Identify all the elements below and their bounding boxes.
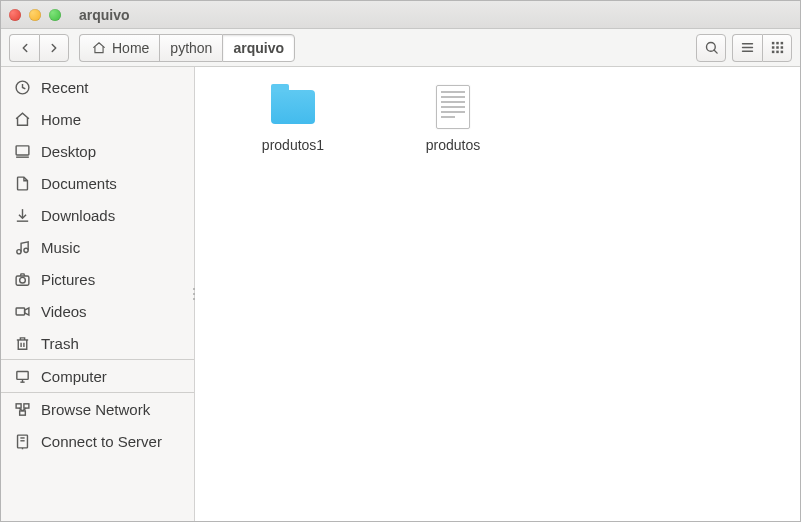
search-button[interactable] xyxy=(696,34,726,62)
breadcrumb-label: python xyxy=(170,40,212,56)
svg-point-21 xyxy=(19,277,25,283)
forward-button[interactable] xyxy=(39,34,69,62)
file-label: produtos1 xyxy=(262,137,324,153)
folder-item[interactable]: produtos1 xyxy=(213,77,373,159)
sidebar-resize-handle[interactable] xyxy=(192,281,195,307)
video-icon xyxy=(13,302,31,320)
home-icon xyxy=(13,110,31,128)
document-icon xyxy=(13,174,31,192)
sidebar-item-label: Recent xyxy=(41,79,89,96)
download-icon xyxy=(13,206,31,224)
window-title: arquivo xyxy=(79,7,130,23)
titlebar: arquivo xyxy=(1,1,800,29)
sidebar-item-label: Downloads xyxy=(41,207,115,224)
browse-network-icon xyxy=(13,400,31,418)
maximize-icon[interactable] xyxy=(49,9,61,21)
search-icon xyxy=(702,39,720,57)
view-grid-button[interactable] xyxy=(762,34,792,62)
breadcrumb-label: arquivo xyxy=(233,40,284,56)
svg-rect-9 xyxy=(776,46,779,49)
sidebar-item-browse-network[interactable]: Browse Network xyxy=(1,393,194,425)
grid-icon xyxy=(768,39,786,57)
svg-rect-31 xyxy=(19,410,25,414)
folder-icon xyxy=(269,83,317,131)
sidebar-item-computer[interactable]: Computer xyxy=(1,360,194,392)
desktop-icon xyxy=(13,142,31,160)
sidebar-item-recent[interactable]: Recent xyxy=(1,71,194,103)
file-label: produtos xyxy=(426,137,480,153)
sidebar-item-label: Pictures xyxy=(41,271,95,288)
svg-rect-30 xyxy=(23,403,28,407)
sidebar-item-music[interactable]: Music xyxy=(1,231,194,263)
sidebar-item-videos[interactable]: Videos xyxy=(1,295,194,327)
svg-rect-13 xyxy=(780,51,783,54)
sidebar-item-label: Documents xyxy=(41,175,117,192)
breadcrumb-label: Home xyxy=(112,40,149,56)
sidebar-item-label: Trash xyxy=(41,335,79,352)
svg-rect-6 xyxy=(776,42,779,45)
toolbar: Home python arquivo xyxy=(1,29,800,67)
svg-rect-29 xyxy=(16,403,21,407)
home-icon xyxy=(90,39,108,57)
connect-server-icon xyxy=(13,432,31,450)
sidebar-item-label: Browse Network xyxy=(41,401,150,418)
svg-rect-26 xyxy=(16,371,27,379)
camera-icon xyxy=(13,270,31,288)
sidebar: Recent Home Desktop Documents Downloads … xyxy=(1,67,195,521)
breadcrumb-arquivo[interactable]: arquivo xyxy=(222,34,295,62)
clock-icon xyxy=(13,78,31,96)
sidebar-item-connect-server[interactable]: Connect to Server xyxy=(1,425,194,457)
sidebar-item-label: Home xyxy=(41,111,81,128)
hamburger-menu-button[interactable] xyxy=(732,34,762,62)
sidebar-item-label: Videos xyxy=(41,303,87,320)
window-controls xyxy=(9,9,61,21)
main: Recent Home Desktop Documents Downloads … xyxy=(1,67,800,521)
file-view[interactable]: produtos1 produtos xyxy=(195,67,800,521)
hamburger-icon xyxy=(739,39,757,57)
sidebar-item-documents[interactable]: Documents xyxy=(1,167,194,199)
svg-rect-8 xyxy=(771,46,774,49)
sidebar-item-home[interactable]: Home xyxy=(1,103,194,135)
svg-rect-10 xyxy=(780,46,783,49)
sidebar-item-downloads[interactable]: Downloads xyxy=(1,199,194,231)
svg-rect-22 xyxy=(16,307,25,314)
view-buttons xyxy=(732,34,792,62)
sidebar-item-label: Connect to Server xyxy=(41,433,162,450)
trash-icon xyxy=(13,334,31,352)
sidebar-item-label: Music xyxy=(41,239,80,256)
breadcrumb-home[interactable]: Home xyxy=(79,34,159,62)
breadcrumb: Home python arquivo xyxy=(79,34,295,62)
svg-marker-23 xyxy=(24,307,28,314)
music-icon xyxy=(13,238,31,256)
computer-icon xyxy=(13,367,31,385)
svg-rect-15 xyxy=(16,145,29,154)
sidebar-item-label: Desktop xyxy=(41,143,96,160)
close-icon[interactable] xyxy=(9,9,21,21)
sidebar-item-pictures[interactable]: Pictures xyxy=(1,263,194,295)
sidebar-item-label: Computer xyxy=(41,368,107,385)
svg-rect-7 xyxy=(780,42,783,45)
file-item[interactable]: produtos xyxy=(373,77,533,159)
svg-rect-12 xyxy=(776,51,779,54)
minimize-icon[interactable] xyxy=(29,9,41,21)
breadcrumb-python[interactable]: python xyxy=(159,34,222,62)
svg-rect-5 xyxy=(771,42,774,45)
nav-buttons xyxy=(9,34,69,62)
sidebar-item-desktop[interactable]: Desktop xyxy=(1,135,194,167)
sidebar-item-trash[interactable]: Trash xyxy=(1,327,194,359)
text-file-icon xyxy=(429,83,477,131)
back-button[interactable] xyxy=(9,34,39,62)
svg-line-1 xyxy=(714,50,717,53)
svg-rect-11 xyxy=(771,51,774,54)
